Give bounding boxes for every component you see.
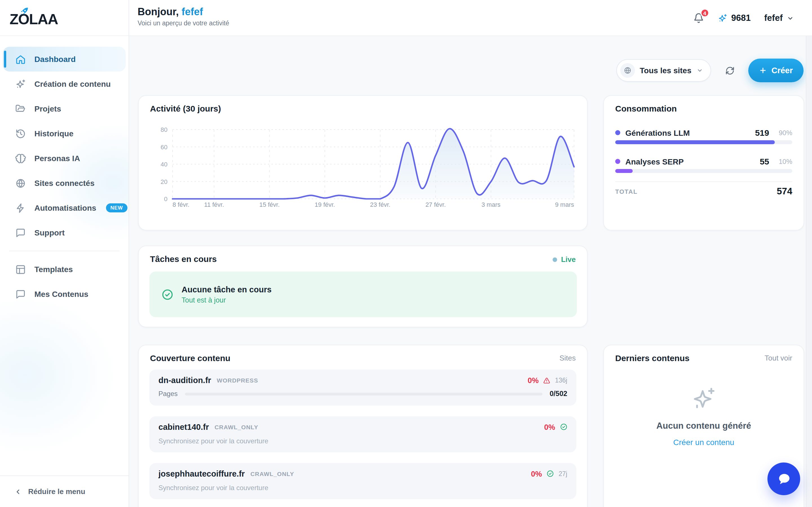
sidebar-item-label: Sites connectés: [35, 179, 94, 187]
sidebar-item-support[interactable]: Support: [3, 220, 126, 245]
sidebar-item-dashboard[interactable]: Dashboard: [3, 47, 126, 71]
check-circle-icon: [560, 424, 567, 431]
site-row-josephhautecoiffure[interactable]: josephhautecoiffure.fr CRAWL_ONLY 0% 27j…: [149, 463, 576, 499]
svg-text:8 févr.: 8 févr.: [172, 201, 190, 208]
user-menu[interactable]: fefef: [764, 13, 794, 23]
sparkles-icon: [691, 386, 717, 412]
scrollbar[interactable]: [806, 36, 812, 507]
pages-count: 0/502: [550, 390, 567, 398]
progress-track: [615, 169, 792, 173]
svg-text:60: 60: [161, 144, 167, 151]
consumption-row-llm: Générations LLM 519 90%: [615, 128, 792, 137]
sidebar-item-label: Création de contenu: [35, 79, 111, 89]
site-age: 27j: [559, 470, 567, 477]
tasks-empty-title: Aucune tâche en cours: [182, 285, 271, 294]
consumption-percent: 10%: [774, 158, 792, 165]
warning-triangle-icon: [543, 377, 551, 384]
sync-hint: Synchronisez pour voir la couverture: [158, 484, 567, 492]
svg-text:20: 20: [161, 178, 167, 185]
sidebar-item-label: Personas IA: [35, 154, 80, 163]
sidebar-item-label: Historique: [35, 129, 73, 138]
sidebar-item-mes-contenus[interactable]: Mes Contenus: [3, 282, 126, 306]
coverage-title: Couverture contenu: [150, 353, 231, 363]
consumption-total-row: TOTAL 574: [615, 186, 792, 196]
sidebar-item-label: Support: [35, 228, 64, 237]
activity-card: Activité (30 jours) 0204060808 févr.11 f…: [138, 95, 588, 230]
site-domain: cabinet140.fr: [158, 422, 209, 432]
site-filter-value: Tous les sites: [640, 66, 691, 75]
refresh-button[interactable]: [719, 60, 741, 81]
consumption-card: Consommation Générations LLM 519 90% Ana…: [603, 95, 804, 230]
history-icon: [15, 128, 26, 139]
globe-icon: [623, 66, 631, 74]
pages-label: Pages: [158, 390, 177, 398]
progress-track: [615, 140, 792, 144]
tasks-empty-subtitle: Tout est à jour: [182, 296, 271, 304]
sparkles-icon: [15, 78, 26, 89]
site-row-cabinet140[interactable]: cabinet140.fr CRAWL_ONLY 0% Synchronisez…: [149, 416, 576, 452]
site-domain: josephhautecoiffure.fr: [158, 469, 245, 478]
progress-fill: [615, 140, 774, 144]
svg-text:40: 40: [161, 161, 167, 168]
coverage-percent: 0%: [527, 376, 539, 385]
sidebar-item-sites-connectes[interactable]: Sites connectés: [3, 171, 126, 195]
chat-icon: [15, 227, 26, 238]
live-indicator: Live: [553, 255, 576, 264]
divider: [615, 181, 792, 182]
svg-text:80: 80: [161, 126, 167, 133]
site-age: 136j: [555, 377, 567, 384]
consumption-percent: 90%: [774, 129, 792, 136]
globe-icon: [15, 178, 26, 188]
latest-empty-text: Aucun contenu généré: [656, 421, 751, 431]
credits-indicator[interactable]: 9681: [718, 13, 751, 23]
consumption-title: Consommation: [615, 104, 677, 113]
template-icon: [15, 264, 26, 275]
sidebar-item-creation-de-contenu[interactable]: Création de contenu: [3, 71, 126, 96]
site-filter-dropdown[interactable]: Tous les sites: [616, 59, 711, 82]
tasks-card: Tâches en cours Live Aucune tâche en cou…: [138, 245, 588, 327]
globe-chip: [620, 63, 635, 78]
svg-text:19 févr.: 19 févr.: [315, 201, 335, 208]
sidebar-item-historique[interactable]: Historique: [3, 121, 126, 146]
header-divider: [0, 36, 812, 36]
activity-line-chart: 0204060808 févr.11 févr.15 févr.19 févr.…: [147, 118, 581, 214]
check-circle-icon: [161, 288, 174, 300]
sidebar-item-projets[interactable]: Projets: [3, 96, 126, 121]
coverage-card: Couverture contenu Sites dn-audition.fr …: [138, 345, 588, 507]
activity-title: Activité (30 jours): [150, 104, 221, 113]
create-button[interactable]: Créer: [748, 59, 804, 82]
topbar: Bonjour, fefef Voici un aperçu de votre …: [129, 0, 812, 36]
live-dot: [553, 257, 557, 262]
chevron-down-icon: [786, 14, 794, 22]
progress-fill: [615, 169, 633, 173]
app-root: ZOLAA Dashboard Création de contenu Proj…: [0, 0, 812, 507]
check-circle-icon: [546, 470, 554, 478]
site-row-dn-audition[interactable]: dn-audition.fr WORDPRESS 0% 136j Pages 0…: [149, 370, 576, 406]
create-content-link[interactable]: Créer un contenu: [673, 438, 734, 447]
see-all-link[interactable]: Tout voir: [765, 354, 792, 362]
sparkle-icon: [718, 13, 727, 23]
sidebar-nav: Dashboard Création de contenu Projets Hi…: [0, 47, 129, 306]
plus-icon: [759, 66, 767, 74]
home-icon: [15, 54, 26, 64]
credits-count: 9681: [731, 13, 751, 23]
tasks-title: Tâches en cours: [150, 254, 217, 264]
site-domain: dn-audition.fr: [158, 376, 211, 385]
latest-empty-state: Aucun contenu généré Créer un contenu: [604, 386, 804, 447]
sidebar-item-personas-ia[interactable]: Personas IA: [3, 146, 126, 171]
chevron-left-icon: [14, 488, 22, 496]
sidebar-item-templates[interactable]: Templates: [3, 257, 126, 282]
chat-fab-button[interactable]: [767, 462, 800, 495]
coverage-sites-link[interactable]: Sites: [559, 354, 576, 362]
site-type-tag: WORDPRESS: [217, 377, 258, 384]
consumption-total-value: 574: [777, 186, 792, 196]
sidebar-item-label: Mes Contenus: [35, 290, 88, 298]
sidebar-item-automatisations[interactable]: Automatisations NEW: [3, 195, 126, 220]
sidebar-item-label: Templates: [35, 265, 73, 274]
brand-logo[interactable]: ZOLAA: [0, 0, 129, 27]
notifications-button[interactable]: 4: [693, 12, 704, 24]
collapse-menu-button[interactable]: Réduire le menu: [0, 475, 129, 507]
svg-text:15 févr.: 15 févr.: [259, 201, 280, 208]
greeting-username: fefef: [182, 6, 203, 17]
legend-dot: [615, 159, 620, 164]
